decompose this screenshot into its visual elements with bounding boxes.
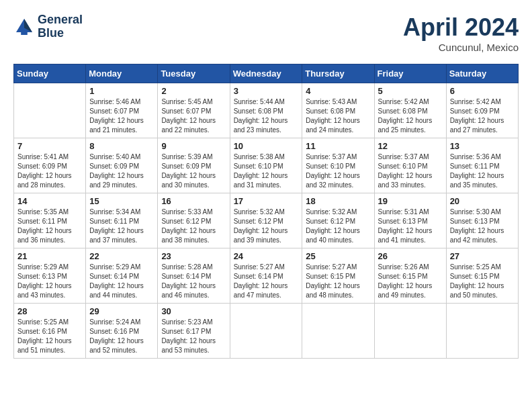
day-info: Sunrise: 5:42 AM Sunset: 6:09 PM Dayligh… bbox=[450, 97, 515, 135]
day-number: 6 bbox=[450, 86, 515, 96]
empty-cell bbox=[446, 304, 518, 359]
subtitle: Cuncunul, Mexico bbox=[403, 42, 519, 53]
day-info: Sunrise: 5:46 AM Sunset: 6:07 PM Dayligh… bbox=[89, 97, 154, 135]
day-cell-18: 18Sunrise: 5:32 AM Sunset: 6:12 PM Dayli… bbox=[302, 193, 374, 248]
logo-icon bbox=[13, 16, 35, 38]
day-cell-6: 6Sunrise: 5:42 AM Sunset: 6:09 PM Daylig… bbox=[446, 83, 518, 138]
day-info: Sunrise: 5:29 AM Sunset: 6:13 PM Dayligh… bbox=[17, 263, 82, 300]
day-number: 27 bbox=[450, 251, 515, 261]
day-cell-13: 13Sunrise: 5:36 AM Sunset: 6:11 PM Dayli… bbox=[446, 138, 518, 193]
day-info: Sunrise: 5:43 AM Sunset: 6:08 PM Dayligh… bbox=[306, 97, 370, 135]
day-number: 9 bbox=[161, 141, 226, 151]
day-info: Sunrise: 5:42 AM Sunset: 6:08 PM Dayligh… bbox=[378, 97, 443, 135]
day-cell-3: 3Sunrise: 5:44 AM Sunset: 6:08 PM Daylig… bbox=[230, 83, 302, 138]
day-info: Sunrise: 5:37 AM Sunset: 6:10 PM Dayligh… bbox=[306, 152, 370, 190]
day-cell-24: 24Sunrise: 5:27 AM Sunset: 6:14 PM Dayli… bbox=[230, 248, 302, 304]
month-title: April 2024 bbox=[403, 13, 519, 42]
week-row-5: 28Sunrise: 5:25 AM Sunset: 6:16 PM Dayli… bbox=[14, 304, 519, 359]
day-cell-30: 30Sunrise: 5:23 AM Sunset: 6:17 PM Dayli… bbox=[158, 304, 230, 359]
day-cell-7: 7Sunrise: 5:41 AM Sunset: 6:09 PM Daylig… bbox=[14, 138, 86, 193]
day-info: Sunrise: 5:39 AM Sunset: 6:09 PM Dayligh… bbox=[161, 152, 226, 190]
week-row-3: 14Sunrise: 5:35 AM Sunset: 6:11 PM Dayli… bbox=[14, 193, 519, 248]
day-number: 30 bbox=[161, 306, 226, 316]
day-info: Sunrise: 5:41 AM Sunset: 6:09 PM Dayligh… bbox=[17, 152, 82, 190]
day-info: Sunrise: 5:32 AM Sunset: 6:12 PM Dayligh… bbox=[234, 208, 299, 245]
day-info: Sunrise: 5:28 AM Sunset: 6:14 PM Dayligh… bbox=[161, 263, 226, 300]
day-info: Sunrise: 5:32 AM Sunset: 6:12 PM Dayligh… bbox=[306, 208, 370, 245]
day-cell-19: 19Sunrise: 5:31 AM Sunset: 6:13 PM Dayli… bbox=[374, 193, 446, 248]
day-number: 7 bbox=[17, 141, 82, 151]
logo-text: General Blue bbox=[38, 13, 83, 40]
day-cell-10: 10Sunrise: 5:38 AM Sunset: 6:10 PM Dayli… bbox=[230, 138, 302, 193]
day-header-monday: Monday bbox=[86, 64, 158, 83]
day-info: Sunrise: 5:25 AM Sunset: 6:15 PM Dayligh… bbox=[450, 263, 515, 300]
day-number: 3 bbox=[234, 86, 299, 96]
day-info: Sunrise: 5:40 AM Sunset: 6:09 PM Dayligh… bbox=[89, 152, 154, 190]
empty-cell bbox=[14, 83, 86, 138]
day-number: 13 bbox=[450, 141, 515, 151]
day-number: 11 bbox=[306, 141, 370, 151]
day-info: Sunrise: 5:38 AM Sunset: 6:10 PM Dayligh… bbox=[234, 152, 299, 190]
day-header-sunday: Sunday bbox=[14, 64, 86, 83]
day-number: 23 bbox=[161, 251, 226, 261]
day-info: Sunrise: 5:30 AM Sunset: 6:13 PM Dayligh… bbox=[450, 208, 515, 245]
day-number: 22 bbox=[89, 251, 154, 261]
day-info: Sunrise: 5:44 AM Sunset: 6:08 PM Dayligh… bbox=[234, 97, 299, 135]
day-cell-1: 1Sunrise: 5:46 AM Sunset: 6:07 PM Daylig… bbox=[86, 83, 158, 138]
day-header-saturday: Saturday bbox=[446, 64, 518, 83]
day-cell-11: 11Sunrise: 5:37 AM Sunset: 6:10 PM Dayli… bbox=[302, 138, 374, 193]
day-number: 21 bbox=[17, 251, 82, 261]
day-info: Sunrise: 5:27 AM Sunset: 6:14 PM Dayligh… bbox=[234, 263, 299, 300]
day-cell-21: 21Sunrise: 5:29 AM Sunset: 6:13 PM Dayli… bbox=[14, 248, 86, 304]
day-number: 28 bbox=[17, 306, 82, 316]
day-cell-2: 2Sunrise: 5:45 AM Sunset: 6:07 PM Daylig… bbox=[158, 83, 230, 138]
day-cell-12: 12Sunrise: 5:37 AM Sunset: 6:10 PM Dayli… bbox=[374, 138, 446, 193]
day-header-tuesday: Tuesday bbox=[158, 64, 230, 83]
day-info: Sunrise: 5:25 AM Sunset: 6:16 PM Dayligh… bbox=[17, 318, 82, 355]
day-cell-26: 26Sunrise: 5:26 AM Sunset: 6:15 PM Dayli… bbox=[374, 248, 446, 304]
day-number: 4 bbox=[306, 86, 370, 96]
day-cell-23: 23Sunrise: 5:28 AM Sunset: 6:14 PM Dayli… bbox=[158, 248, 230, 304]
day-info: Sunrise: 5:29 AM Sunset: 6:14 PM Dayligh… bbox=[89, 263, 154, 300]
day-number: 14 bbox=[17, 196, 82, 206]
page-header: General Blue April 2024 Cuncunul, Mexico bbox=[13, 13, 519, 53]
day-number: 10 bbox=[234, 141, 299, 151]
day-number: 24 bbox=[234, 251, 299, 261]
day-number: 2 bbox=[161, 86, 226, 96]
day-number: 20 bbox=[450, 196, 515, 206]
day-info: Sunrise: 5:23 AM Sunset: 6:17 PM Dayligh… bbox=[161, 318, 226, 355]
week-row-4: 21Sunrise: 5:29 AM Sunset: 6:13 PM Dayli… bbox=[14, 248, 519, 304]
day-number: 15 bbox=[89, 196, 154, 206]
day-number: 18 bbox=[306, 196, 370, 206]
day-cell-5: 5Sunrise: 5:42 AM Sunset: 6:08 PM Daylig… bbox=[374, 83, 446, 138]
day-info: Sunrise: 5:35 AM Sunset: 6:11 PM Dayligh… bbox=[17, 208, 82, 245]
day-cell-16: 16Sunrise: 5:33 AM Sunset: 6:12 PM Dayli… bbox=[158, 193, 230, 248]
day-number: 1 bbox=[89, 86, 154, 96]
day-cell-15: 15Sunrise: 5:34 AM Sunset: 6:11 PM Dayli… bbox=[86, 193, 158, 248]
empty-cell bbox=[230, 304, 302, 359]
day-cell-28: 28Sunrise: 5:25 AM Sunset: 6:16 PM Dayli… bbox=[14, 304, 86, 359]
day-info: Sunrise: 5:33 AM Sunset: 6:12 PM Dayligh… bbox=[161, 208, 226, 245]
week-row-1: 1Sunrise: 5:46 AM Sunset: 6:07 PM Daylig… bbox=[14, 83, 519, 138]
day-info: Sunrise: 5:45 AM Sunset: 6:07 PM Dayligh… bbox=[161, 97, 226, 135]
day-number: 17 bbox=[234, 196, 299, 206]
day-number: 12 bbox=[378, 141, 443, 151]
day-cell-8: 8Sunrise: 5:40 AM Sunset: 6:09 PM Daylig… bbox=[86, 138, 158, 193]
day-cell-20: 20Sunrise: 5:30 AM Sunset: 6:13 PM Dayli… bbox=[446, 193, 518, 248]
day-number: 29 bbox=[89, 306, 154, 316]
day-number: 5 bbox=[378, 86, 443, 96]
day-cell-27: 27Sunrise: 5:25 AM Sunset: 6:15 PM Dayli… bbox=[446, 248, 518, 304]
calendar: SundayMondayTuesdayWednesdayThursdayFrid… bbox=[13, 64, 519, 359]
day-info: Sunrise: 5:24 AM Sunset: 6:16 PM Dayligh… bbox=[89, 318, 154, 355]
day-cell-22: 22Sunrise: 5:29 AM Sunset: 6:14 PM Dayli… bbox=[86, 248, 158, 304]
day-number: 25 bbox=[306, 251, 370, 261]
day-number: 19 bbox=[378, 196, 443, 206]
day-number: 16 bbox=[161, 196, 226, 206]
logo: General Blue bbox=[13, 13, 83, 40]
svg-rect-2 bbox=[21, 32, 28, 35]
week-row-2: 7Sunrise: 5:41 AM Sunset: 6:09 PM Daylig… bbox=[14, 138, 519, 193]
day-number: 8 bbox=[89, 141, 154, 151]
day-info: Sunrise: 5:26 AM Sunset: 6:15 PM Dayligh… bbox=[378, 263, 443, 300]
day-header-wednesday: Wednesday bbox=[230, 64, 302, 83]
day-info: Sunrise: 5:34 AM Sunset: 6:11 PM Dayligh… bbox=[89, 208, 154, 245]
